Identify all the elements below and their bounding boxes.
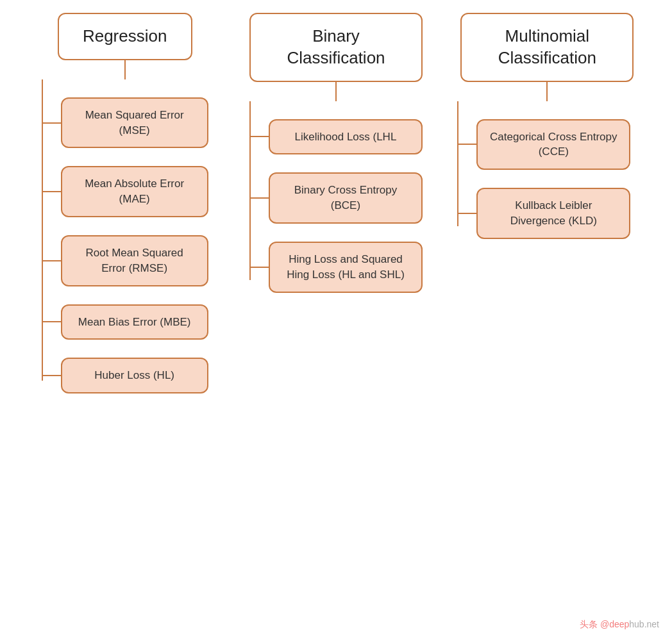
children-multinomial: Categorical Cross Entropy (CCE)Kullback … bbox=[457, 101, 637, 239]
child-row: Mean Bias Error (MBE) bbox=[61, 304, 208, 340]
child-box: Binary Cross Entropy (BCE) bbox=[269, 172, 423, 224]
child-box: Mean Bias Error (MBE) bbox=[61, 304, 208, 340]
child-row: Categorical Cross Entropy (CCE) bbox=[476, 119, 637, 170]
child-row: Hing Loss and Squared Hing Loss (HL and … bbox=[269, 242, 423, 293]
header-multinomial: Multinomial Classification bbox=[460, 13, 634, 82]
child-row: Mean Absolute Error (MAE) bbox=[61, 166, 208, 217]
child-row: Likelihood Loss (LHL bbox=[269, 119, 423, 155]
child-box: Kullback Leibler Divergence (KLD) bbox=[476, 188, 630, 239]
column-regression: RegressionMean Squared Error (MSE)Mean A… bbox=[19, 13, 230, 393]
child-box: Mean Squared Error (MSE) bbox=[61, 97, 208, 149]
child-box: Huber Loss (HL) bbox=[61, 358, 208, 393]
child-row: Root Mean Squared Error (RMSE) bbox=[61, 235, 208, 286]
child-row: Huber Loss (HL) bbox=[61, 358, 208, 393]
child-box: Likelihood Loss (LHL bbox=[269, 119, 423, 155]
connector-binary bbox=[335, 82, 337, 101]
child-box: Categorical Cross Entropy (CCE) bbox=[476, 119, 630, 170]
column-multinomial: Multinomial ClassificationCategorical Cr… bbox=[442, 13, 653, 239]
child-row: Binary Cross Entropy (BCE) bbox=[269, 172, 423, 224]
child-box: Mean Absolute Error (MAE) bbox=[61, 166, 208, 217]
child-row: Mean Squared Error (MSE) bbox=[61, 97, 208, 149]
child-box: Hing Loss and Squared Hing Loss (HL and … bbox=[269, 242, 423, 293]
connector-regression bbox=[124, 60, 126, 79]
child-box: Root Mean Squared Error (RMSE) bbox=[61, 235, 208, 286]
child-row: Kullback Leibler Divergence (KLD) bbox=[476, 188, 637, 239]
header-binary: Binary Classification bbox=[249, 13, 423, 82]
children-regression: Mean Squared Error (MSE)Mean Absolute Er… bbox=[42, 79, 208, 393]
header-regression: Regression bbox=[58, 13, 192, 60]
watermark: 头条 @deephub.net bbox=[580, 619, 659, 631]
diagram-container: RegressionMean Squared Error (MSE)Mean A… bbox=[0, 0, 672, 637]
connector-multinomial bbox=[546, 82, 548, 101]
column-binary: Binary ClassificationLikelihood Loss (LH… bbox=[230, 13, 441, 293]
children-binary: Likelihood Loss (LHLBinary Cross Entropy… bbox=[249, 101, 423, 293]
